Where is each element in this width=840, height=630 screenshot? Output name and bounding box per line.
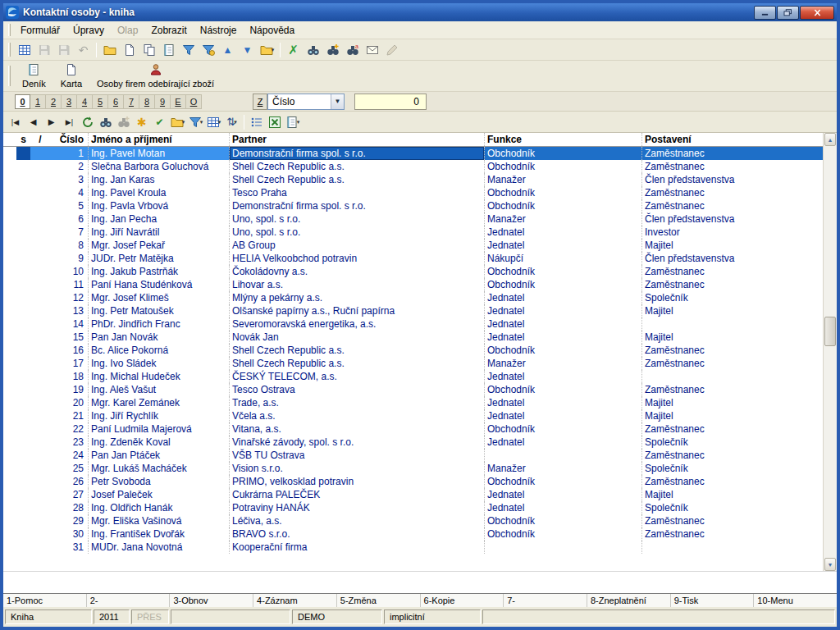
notes-menu-icon[interactable]: ▾ <box>284 113 301 130</box>
table-row[interactable]: 16Bc. Alice PokornáShell Czech Republic … <box>3 344 823 357</box>
fkey-7[interactable]: 7- <box>504 594 587 607</box>
table-row[interactable]: 15Pan Jan NovákNovák JanJednatelMajitel <box>3 331 823 344</box>
table-row[interactable]: 27Josef PalečekCukrárna PALEČEKJednatelM… <box>3 488 823 501</box>
filter-menu-icon[interactable]: ▾ <box>187 113 204 130</box>
menu-nastroje[interactable]: Nástroje <box>194 23 244 38</box>
scrollbar-thumb[interactable] <box>824 317 836 346</box>
table-row[interactable]: 18Ing. Michal HudečekČESKÝ TELECOM, a.s.… <box>3 370 823 383</box>
table-row[interactable]: 23Ing. Zdeněk KovalVinařské závody, spol… <box>3 436 823 449</box>
sort-key-button[interactable]: Z <box>253 94 267 110</box>
table-row[interactable]: 22Paní Ludmila MajerováVitana, a.s.Obcho… <box>3 422 823 436</box>
fkey-10[interactable]: 10-Menu <box>754 594 837 607</box>
table-row[interactable]: 19Ing. Aleš VašutTesco OstravaObchodníkZ… <box>3 383 823 396</box>
search-next-icon[interactable] <box>323 41 342 59</box>
confirm-icon[interactable]: ✔ <box>151 113 168 130</box>
record-filter-tab-9[interactable]: 9 <box>155 94 171 109</box>
record-filter-tab-2[interactable]: 2 <box>46 94 62 109</box>
fkey-2[interactable]: 2- <box>87 594 171 607</box>
close-button[interactable] <box>800 6 834 20</box>
minimize-button[interactable] <box>754 6 776 20</box>
table-row[interactable]: 21Ing. Jiří RychlíkVčela a.s.JednatelMaj… <box>3 409 823 422</box>
table-row[interactable]: 7Ing. Jiří NavrátilUno, spol. s r.o.Jedn… <box>3 226 823 239</box>
fkey-6[interactable]: 6-Kopie <box>421 594 504 607</box>
new-document-icon[interactable] <box>120 41 139 59</box>
menu-upravy[interactable]: Úpravy <box>66 23 111 38</box>
table-row[interactable]: 2Slečna Barbora GoluchováShell Czech Rep… <box>3 160 823 173</box>
quick-search-input[interactable] <box>354 94 427 110</box>
column-header-cislo[interactable]: Číslo <box>50 133 88 146</box>
table-row[interactable]: 20Mgr. Karel ZemánekTrade, a.s.JednatelM… <box>3 396 823 409</box>
toolbar-grip[interactable] <box>8 66 11 87</box>
menu-zobrazit[interactable]: Zobrazit <box>144 23 193 38</box>
excel-export-icon[interactable] <box>266 113 283 130</box>
fkey-5[interactable]: 5-Změna <box>337 594 421 607</box>
scroll-up-icon[interactable]: ▲ <box>824 133 836 146</box>
view-settings-icon[interactable]: ▾ <box>205 113 222 130</box>
column-header-funkce[interactable]: Funkce <box>484 133 641 146</box>
record-filter-tab-4[interactable]: 4 <box>77 94 93 109</box>
record-filter-tab-7[interactable]: 7 <box>124 94 139 109</box>
restore-button[interactable] <box>777 6 799 20</box>
record-filter-tab-1[interactable]: 1 <box>30 94 46 109</box>
table-row[interactable]: 31MUDr. Jana NovotnáKooperační firma <box>3 541 823 554</box>
record-filter-tab-6[interactable]: 6 <box>108 94 124 109</box>
search-icon[interactable] <box>97 113 114 130</box>
table-row[interactable]: 11Paní Hana StudénkováLihovar a.s.Obchod… <box>3 278 823 291</box>
copy-icon[interactable] <box>139 41 158 59</box>
column-header-jmeno[interactable]: Jméno a příjmení <box>88 133 229 146</box>
sort-column-combobox[interactable]: Číslo ▼ <box>267 94 345 110</box>
table-row[interactable]: 12Mgr. Josef KlimešMlýny a pekárny a.s.J… <box>3 291 823 304</box>
column-header-partner[interactable]: Partner <box>229 133 484 146</box>
vertical-scrollbar[interactable]: ▲ ▼ <box>823 133 837 571</box>
open-folder-icon[interactable] <box>100 41 119 59</box>
filter-new-icon[interactable] <box>199 41 217 59</box>
prev-record-icon[interactable]: ◀ <box>25 113 42 130</box>
table-row[interactable]: 5Ing. Pavla VrbováDemonstrační firma spo… <box>3 199 823 212</box>
table-row[interactable]: 3Ing. Jan KarasShell Czech Republic a.s.… <box>3 173 823 186</box>
search-text-icon[interactable]: a <box>343 41 362 59</box>
toolbar-grip[interactable] <box>8 24 11 36</box>
table-row[interactable]: 28Ing. Oldřich HanákPotraviny HANÁKJedna… <box>3 501 823 514</box>
search-icon[interactable] <box>304 41 322 59</box>
table-row[interactable]: 8Mgr. Josef PekařAB GroupJednatelMajitel <box>3 239 823 252</box>
table-row[interactable]: 10Ing. Jakub PastrňákČokoládovny a.s.Obc… <box>3 265 823 278</box>
fkey-8[interactable]: 8-Zneplatnění <box>587 594 671 607</box>
table-row[interactable]: 17Ing. Ivo SládekShell Czech Republic a.… <box>3 357 823 370</box>
table-row[interactable]: 14PhDr. Jindřich FrancSeveromoravská ene… <box>3 317 823 331</box>
table-row[interactable]: 9JUDr. Petr MatějkaHELIA Velkoobchod pot… <box>3 252 823 265</box>
move-up-icon[interactable]: ▲ <box>218 41 237 59</box>
toolbar-grip[interactable] <box>8 43 11 57</box>
record-filter-tab-5[interactable]: 5 <box>93 94 108 109</box>
next-record-icon[interactable]: ▶ <box>43 113 60 130</box>
chevron-down-icon[interactable]: ▼ <box>331 94 344 109</box>
record-filter-tab-8[interactable]: 8 <box>139 94 155 109</box>
table-row[interactable]: 6Ing. Jan PechaUno, spol. s r.o.ManažerČ… <box>3 212 823 226</box>
filter-icon[interactable] <box>179 41 198 59</box>
osoby-firem-button[interactable]: Osoby firem odebírající zboží <box>90 62 221 90</box>
karta-button[interactable]: Karta <box>54 62 89 90</box>
refresh-grid-icon[interactable] <box>79 113 96 130</box>
column-header-postaveni[interactable]: Postavení <box>641 133 823 146</box>
fkey-9[interactable]: 9-Tisk <box>671 594 755 607</box>
denik-button[interactable]: Deník <box>16 62 52 90</box>
scroll-down-icon[interactable]: ▼ <box>824 558 836 571</box>
sort-menu-icon[interactable]: ⇅▾ <box>223 113 240 130</box>
table-row[interactable]: 26Petr SvobodaPRIMO, velkosklad potravin… <box>3 475 823 488</box>
menu-formular[interactable]: Formulář <box>14 23 66 38</box>
table-row[interactable]: 30Ing. František DvořákBRAVO s.r.o.Obcho… <box>3 527 823 541</box>
book-view-icon[interactable] <box>15 41 34 59</box>
first-record-icon[interactable]: |◀ <box>7 113 24 130</box>
table-row[interactable]: 4Ing. Pavel KroulaTesco PrahaObchodníkZa… <box>3 186 823 199</box>
record-filter-tab-3[interactable]: 3 <box>62 94 77 109</box>
fkey-3[interactable]: 3-Obnov <box>170 594 253 607</box>
green-cross-icon[interactable]: ✗ <box>284 41 303 59</box>
table-row[interactable]: 25Mgr. Lukáš MacháčekVision s.r.o.Manaže… <box>3 462 823 475</box>
list-view-icon[interactable] <box>248 113 265 130</box>
table-row[interactable]: 24Pan Jan PtáčekVŠB TU OstravaZaměstnane… <box>3 449 823 462</box>
column-header-status[interactable]: s <box>16 133 30 146</box>
column-header-flag[interactable]: / <box>30 133 50 146</box>
title-bar[interactable]: Kontaktní osoby - kniha <box>3 3 837 21</box>
table-row[interactable]: 29Mgr. Eliška VašinováLéčiva, a.s.Obchod… <box>3 514 823 527</box>
record-filter-tab-0[interactable]: 0 <box>15 94 30 109</box>
favorites-icon[interactable]: ✱ <box>133 113 150 130</box>
